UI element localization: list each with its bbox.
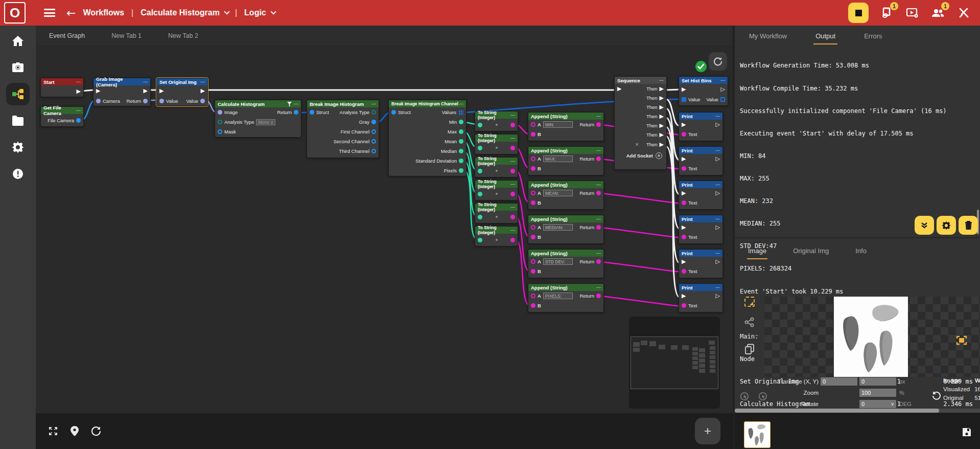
minimize-icon[interactable]: — [596, 285, 601, 290]
input-port[interactable] [531, 269, 535, 274]
node-print[interactable]: Print— ▶▷ Text [679, 215, 723, 244]
exec-in-port[interactable]: ▶ [617, 86, 621, 92]
exec-out-port[interactable]: ▷ [716, 190, 720, 196]
node-grab-image[interactable]: Grab Image (Camera)— ▶▶ CameraReturn [93, 78, 151, 106]
input-port[interactable] [478, 238, 482, 242]
exec-in-port[interactable]: ▶ [682, 190, 686, 196]
output-port[interactable] [596, 122, 601, 127]
tab-errors[interactable]: Errors [850, 26, 896, 46]
section-dropdown[interactable]: Logic [244, 8, 266, 17]
exec-in-port[interactable]: ▶ [682, 86, 686, 92]
sidebar-item-settings[interactable] [0, 136, 36, 159]
minimize-icon[interactable]: — [596, 251, 601, 256]
output-port[interactable] [371, 149, 376, 153]
minimize-icon[interactable]: — [596, 182, 601, 187]
minimize-icon[interactable]: — [76, 108, 81, 113]
node-print[interactable]: Print— ▶▷ Text [679, 249, 723, 278]
exec-out-port[interactable]: ▶ [77, 88, 81, 94]
app-logo[interactable]: O [4, 2, 26, 24]
node-to-string[interactable]: To String (Integer)— [475, 157, 518, 177]
input-port[interactable] [218, 129, 222, 134]
sidebar-item-alerts[interactable] [0, 163, 36, 185]
sidebar-item-files[interactable] [0, 109, 36, 132]
tab-output[interactable]: Output [801, 26, 850, 46]
input-port[interactable] [159, 99, 164, 103]
output-port[interactable] [371, 139, 376, 144]
node-graph-canvas[interactable]: Start— ▶ Get File Camera— File Camera Gr… [36, 46, 733, 413]
input-port[interactable] [682, 200, 686, 205]
console-settings-button[interactable] [937, 216, 956, 235]
values-array-port[interactable] [458, 110, 463, 115]
fit-image-icon[interactable] [956, 335, 967, 346]
exec-out-port[interactable]: ▶ [660, 142, 664, 147]
minimize-icon[interactable]: — [143, 79, 148, 84]
minimize-icon[interactable]: — [76, 79, 81, 84]
node-calculate-histogram[interactable]: Calculate Histogram — ImageReturn Analys… [215, 100, 301, 138]
exec-out-port[interactable]: ▶ [660, 86, 664, 92]
node-to-string[interactable]: To String (Integer)— [475, 203, 518, 223]
exec-out-port[interactable]: ▶ [660, 95, 664, 101]
output-port[interactable] [459, 129, 463, 134]
input-port[interactable] [682, 166, 686, 171]
exec-out-port[interactable]: ▶ [660, 132, 664, 138]
exec-in-port[interactable]: ▶ [682, 122, 686, 127]
output-port[interactable] [510, 169, 515, 173]
minimize-icon[interactable]: — [294, 101, 298, 106]
output-port[interactable] [510, 215, 515, 219]
sidebar-item-camera[interactable] [0, 56, 36, 79]
output-port[interactable] [596, 259, 601, 264]
node-get-file-camera[interactable]: Get File Camera— File Camera [40, 106, 84, 127]
minimize-icon[interactable]: — [715, 216, 720, 221]
minimize-icon[interactable]: — [510, 136, 515, 141]
collapse-console-button[interactable] [915, 216, 934, 235]
output-port[interactable] [510, 192, 515, 196]
sidebar-item-workflows[interactable] [0, 83, 36, 105]
output-port[interactable] [596, 191, 601, 195]
output-port[interactable] [596, 156, 601, 161]
tab-new-tab-1[interactable]: New Tab 1 [98, 26, 155, 46]
tab-original-img[interactable]: Original Img [780, 240, 842, 261]
breadcrumb-workflows[interactable]: Workflows [83, 8, 124, 17]
remove-socket-icon[interactable]: ✕ [635, 142, 639, 147]
menu-icon[interactable] [44, 9, 55, 17]
tab-new-tab-2[interactable]: New Tab 2 [155, 26, 212, 46]
tab-event-graph[interactable]: Event Graph [36, 26, 98, 46]
minimize-icon[interactable]: — [510, 182, 515, 187]
exec-out-port[interactable]: ▶ [660, 123, 664, 128]
minimize-icon[interactable]: — [715, 182, 720, 187]
node-print[interactable]: Print— ▶▷ Text [679, 283, 723, 312]
output-port[interactable] [294, 110, 298, 115]
output-port[interactable] [200, 99, 205, 103]
node-print[interactable]: Print— ▶▷ Text [679, 146, 723, 175]
append-a-field[interactable]: MEDIAN: [543, 224, 573, 231]
tab-image[interactable]: Image [735, 240, 780, 261]
minimize-icon[interactable]: — [200, 79, 205, 84]
clear-console-button[interactable] [959, 216, 978, 235]
output-port[interactable] [371, 129, 376, 134]
exec-out-port[interactable]: ▶ [660, 114, 664, 119]
node-append-string[interactable]: Append (String)— AMEAN:Return B [528, 181, 604, 210]
tab-info[interactable]: Info [842, 240, 880, 261]
users-icon[interactable]: 1 [931, 6, 945, 20]
input-port[interactable] [531, 235, 535, 239]
output-array-port[interactable] [720, 97, 725, 102]
scrollbar-thumb[interactable] [735, 409, 939, 413]
exec-out-port[interactable]: ▶ [201, 88, 205, 94]
add-node-button[interactable]: + [695, 418, 720, 444]
input-port[interactable] [531, 259, 535, 264]
exec-in-port[interactable]: ▶ [682, 259, 686, 264]
minimize-icon[interactable]: — [510, 113, 515, 118]
analysis-type-dropdown[interactable]: Mono ∨ [256, 119, 275, 125]
output-port[interactable] [371, 110, 376, 115]
output-port[interactable] [459, 159, 463, 163]
minimize-icon[interactable]: — [715, 285, 720, 290]
node-set-hist-bins[interactable]: Set Hist Bins— ▶▷ ValueValue [679, 76, 728, 106]
input-port[interactable] [531, 122, 535, 127]
output-port[interactable] [143, 99, 148, 103]
input-port[interactable] [682, 132, 686, 137]
exec-out-port[interactable]: ▷ [716, 156, 720, 162]
minimize-icon[interactable]: — [715, 148, 720, 153]
exec-out-port[interactable]: ▷ [716, 293, 720, 299]
node-append-string[interactable]: Append (String)— AMIN:Return B [528, 112, 604, 141]
zoom-input[interactable] [859, 389, 896, 397]
